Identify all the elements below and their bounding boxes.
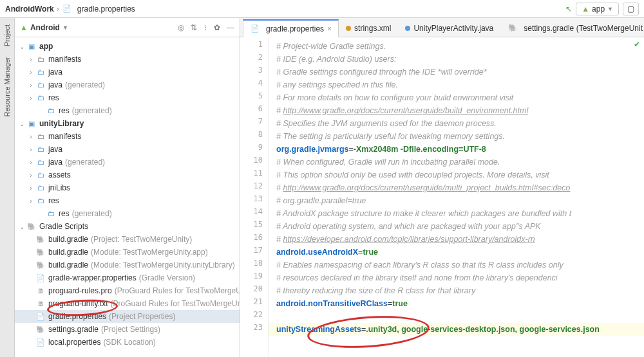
chevron-right-icon[interactable]: › (26, 82, 35, 89)
code-line[interactable]: # org.gradle.parallel=true (269, 194, 644, 207)
run-config-selector[interactable]: ▲ app ▼ (576, 3, 619, 15)
code-line[interactable]: # IDE (e.g. Android Studio) users: (269, 53, 644, 66)
tree-folder-jnilibs[interactable]: ›🗀jniLibs (15, 181, 240, 194)
tree-file-proguard-rules[interactable]: 🗎proguard-rules.pro(ProGuard Rules for T… (15, 284, 240, 297)
editor-tab-strings-xml[interactable]: strings.xml (339, 19, 398, 37)
line-number[interactable]: 18 (240, 259, 268, 271)
code-line[interactable]: # The setting is particularly useful for… (269, 130, 644, 143)
chevron-right-icon[interactable]: › (26, 172, 35, 179)
line-number[interactable]: 9 (240, 143, 268, 156)
chevron-down-icon[interactable]: ⌄ (17, 223, 26, 230)
breadcrumb-project[interactable]: AndroidWork (5, 5, 54, 14)
code-line[interactable]: # Gradle settings configured through the… (269, 66, 644, 78)
code-line[interactable]: # When configured, Gradle will run in in… (269, 156, 644, 169)
tree-module-app[interactable]: ⌄▣app (15, 40, 240, 53)
line-number[interactable]: 2 (240, 53, 268, 66)
breadcrumb-file[interactable]: gradle.properties (77, 5, 135, 14)
side-tab-resource-manager[interactable]: Resource Manager (2, 51, 12, 122)
chevron-right-icon[interactable]: › (26, 159, 35, 166)
line-number[interactable]: 10 (240, 156, 268, 169)
tree-folder-java-generated[interactable]: ›🗀java(generated) (15, 78, 240, 91)
line-number[interactable]: 11 (240, 169, 268, 181)
tree-file-build-gradle-project[interactable]: 🐘build.gradle(Project: TestTwoMergeUnity… (15, 233, 240, 246)
tree-file-proguard-unity[interactable]: 🗎proguard-unity.txt(ProGuard Rules for T… (15, 297, 240, 310)
line-number[interactable]: 1 (240, 40, 268, 53)
side-tab-project[interactable]: Project (2, 19, 12, 51)
code-line[interactable]: # resources declared in the library itse… (269, 271, 644, 284)
code-line[interactable] (269, 310, 644, 323)
code-editor[interactable]: ✔ # Project-wide Gradle settings.# IDE (… (269, 37, 644, 357)
code-line[interactable]: # This option should only be used with d… (269, 169, 644, 181)
sort-icon[interactable]: ⇅ (191, 23, 197, 32)
gear-icon[interactable]: ✿ (214, 23, 220, 32)
chevron-right-icon[interactable]: › (26, 95, 35, 102)
close-tab-icon[interactable]: × (327, 24, 332, 33)
chevron-right-icon[interactable]: › (26, 146, 35, 153)
line-number[interactable]: 19 (240, 271, 268, 284)
line-number[interactable]: 17 (240, 246, 268, 259)
editor-tab-gradle-properties[interactable]: 📄gradle.properties× (243, 19, 339, 37)
line-number[interactable]: 3 (240, 66, 268, 78)
editor-tab-settings-gradle[interactable]: 🐘settings.gradle (TestTwoMergeUnit (500, 19, 644, 37)
project-tree[interactable]: ⌄▣app ›🗀manifests ›🗀java ›🗀java(generate… (15, 37, 240, 357)
tree-folder-res-generated[interactable]: 🗀res(generated) (15, 104, 240, 117)
tree-folder-res[interactable]: ›🗀res (15, 91, 240, 104)
code-line[interactable]: # AndroidX package structure to make it … (269, 207, 644, 220)
chevron-right-icon[interactable]: › (26, 69, 35, 76)
editor-tab-unityplayeractivity[interactable]: UnityPlayerActivity.java (398, 19, 500, 37)
tree-folder-java-generated[interactable]: ›🗀java(generated) (15, 156, 240, 169)
tree-file-settings-gradle[interactable]: 🐘settings.gradle(Project Settings) (15, 323, 240, 336)
line-number[interactable]: 23 (240, 323, 268, 336)
line-number[interactable]: 5 (240, 91, 268, 104)
tree-file-build-gradle-unitylibrary[interactable]: 🐘build.gradle(Module: TestTwoMergeUnity.… (15, 259, 240, 271)
code-line[interactable]: # Project-wide Gradle settings. (269, 40, 644, 53)
tree-file-gradle-properties[interactable]: 📄gradle.properties(Project Properties) (15, 310, 240, 323)
editor-body[interactable]: 1234567891011121314151617181920212223 ✔ … (240, 37, 644, 357)
chevron-down-icon[interactable]: ⌄ (17, 43, 26, 50)
chevron-right-icon[interactable]: › (26, 133, 35, 140)
code-line[interactable]: # For more details on how to configure y… (269, 91, 644, 104)
line-number[interactable]: 14 (240, 207, 268, 220)
line-number[interactable]: 15 (240, 220, 268, 233)
code-line[interactable]: org.gradle.jvmargs=-Xmx2048m -Dfile.enco… (269, 143, 644, 156)
tree-file-local-properties[interactable]: 📄local.properties(SDK Location) (15, 336, 240, 349)
project-view-selector[interactable]: Android (30, 23, 60, 32)
tree-folder-res-generated[interactable]: 🗀res(generated) (15, 207, 240, 220)
code-line[interactable]: android.nonTransitiveRClass=true (269, 297, 644, 310)
line-number[interactable]: 22 (240, 310, 268, 323)
tree-folder-java[interactable]: ›🗀java (15, 143, 240, 156)
code-line[interactable]: # Specifies the JVM arguments used for t… (269, 117, 644, 130)
code-line[interactable]: # http://www.gradle.org/docs/current/use… (269, 104, 644, 117)
code-line[interactable]: # any settings specified in this file. (269, 78, 644, 91)
tree-folder-java[interactable]: ›🗀java (15, 66, 240, 78)
tree-folder-manifests[interactable]: ›🗀manifests (15, 130, 240, 143)
tree-gradle-scripts[interactable]: ⌄🐘Gradle Scripts (15, 220, 240, 233)
tree-file-build-gradle-app[interactable]: 🐘build.gradle(Module: TestTwoMergeUnity.… (15, 246, 240, 259)
device-selector[interactable]: ▢ (623, 3, 639, 15)
tree-folder-manifests[interactable]: ›🗀manifests (15, 53, 240, 66)
breadcrumb[interactable]: AndroidWork › 📄 gradle.properties (5, 4, 135, 14)
line-number[interactable]: 21 (240, 297, 268, 310)
sync-icon[interactable]: ↖ (565, 5, 572, 14)
code-line[interactable]: # https://developer.android.com/topic/li… (269, 233, 644, 246)
line-number[interactable]: 20 (240, 284, 268, 297)
inspection-ok-icon[interactable]: ✔ (634, 40, 640, 49)
chevron-right-icon[interactable]: › (26, 197, 35, 205)
line-number[interactable]: 12 (240, 181, 268, 194)
minimize-icon[interactable]: — (227, 23, 234, 32)
line-number[interactable]: 4 (240, 78, 268, 91)
chevron-down-icon[interactable]: ▼ (62, 24, 68, 31)
select-opened-file-icon[interactable]: ◎ (178, 23, 184, 32)
tree-folder-assets[interactable]: ›🗀assets (15, 169, 240, 181)
code-line[interactable]: android.useAndroidX=true (269, 246, 644, 259)
line-number-gutter[interactable]: 1234567891011121314151617181920212223 (240, 37, 269, 357)
code-line[interactable]: # Android operating system, and which ar… (269, 220, 644, 233)
tree-folder-res[interactable]: ›🗀res (15, 194, 240, 207)
chevron-right-icon[interactable]: › (26, 56, 35, 63)
line-number[interactable]: 8 (240, 130, 268, 143)
code-line[interactable]: # Enables namespacing of each library's … (269, 259, 644, 271)
code-line[interactable]: # thereby reducing the size of the R cla… (269, 284, 644, 297)
chevron-down-icon[interactable]: ⌄ (17, 120, 26, 127)
show-options-icon[interactable]: ⫶ (204, 23, 207, 32)
tree-module-unitylibrary[interactable]: ⌄▣unityLibrary (15, 117, 240, 130)
